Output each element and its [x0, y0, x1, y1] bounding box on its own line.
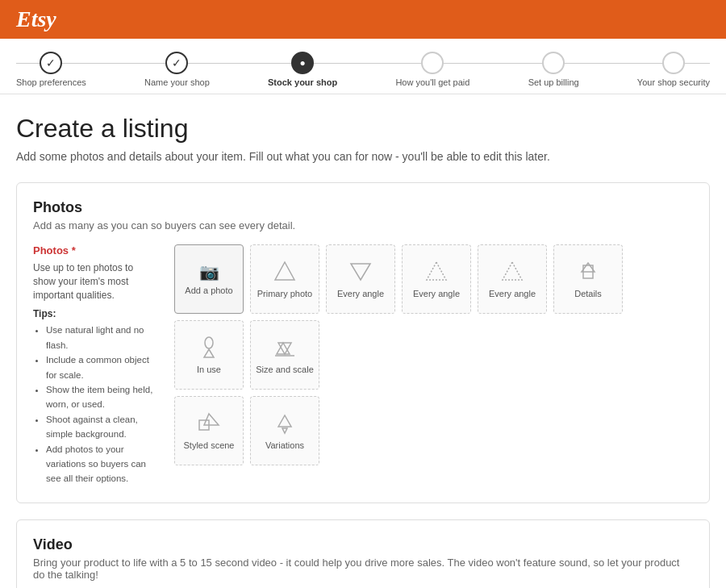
slot-label-variations: Variations — [265, 440, 304, 451]
svg-marker-3 — [503, 262, 522, 280]
step-how-paid: How you'll get paid — [395, 52, 469, 87]
angle2-icon — [424, 259, 449, 285]
photo-slot-angle3[interactable]: Every angle — [478, 244, 547, 314]
step-stock-your-shop: ● Stock your shop — [268, 52, 337, 87]
add-photo-button[interactable]: 📷 Add a photo — [174, 244, 244, 314]
details-icon — [575, 259, 601, 285]
photos-tip-2: Include a common object for scale. — [46, 352, 158, 382]
photo-slot-angle2[interactable]: Every angle — [402, 244, 471, 314]
step-shop-preferences: ✓ Shop preferences — [16, 52, 86, 87]
photos-section: Photos Add as many as you can so buyers … — [16, 182, 710, 503]
size-icon — [272, 335, 298, 361]
step-circle-3: ● — [291, 52, 314, 74]
photos-section-desc: Add as many as you can so buyers can see… — [33, 219, 693, 231]
slot-label-angle3: Every angle — [489, 288, 536, 299]
svg-marker-0 — [275, 262, 294, 280]
etsy-logo: Etsy — [16, 6, 56, 32]
slot-label-styled: Styled scene — [184, 440, 235, 451]
primary-photo-icon — [272, 259, 298, 285]
slot-label-primary: Primary photo — [257, 288, 312, 299]
svg-marker-13 — [278, 415, 291, 427]
step-billing: Set up billing — [528, 52, 579, 87]
photos-tip-4: Shoot against a clean, simple background… — [46, 412, 158, 442]
photos-tips-label: Tips: — [33, 308, 158, 319]
video-section-desc: Bring your product to life with a 5 to 1… — [33, 557, 693, 581]
photo-slot-angle1[interactable]: Every angle — [326, 244, 395, 314]
photos-tip-3: Show the item being held, worn, or used. — [46, 382, 158, 412]
video-section: Video Bring your product to life with a … — [16, 519, 710, 588]
step-circle-4 — [421, 52, 444, 74]
step-circle-5 — [542, 52, 565, 74]
step-label-2: Name your shop — [144, 77, 210, 87]
video-section-title: Video — [33, 536, 693, 553]
main-content: Create a listing Add some photos and det… — [0, 94, 726, 588]
progress-steps: ✓ Shop preferences ✓ Name your shop ● St… — [16, 52, 710, 87]
photos-section-title: Photos — [33, 199, 693, 216]
photos-tip-1: Use natural light and no flash. — [46, 323, 158, 352]
styled-icon — [196, 411, 222, 436]
page-subtitle: Add some photos and details about your i… — [16, 150, 710, 163]
camera-icon: 📷 — [199, 262, 219, 281]
svg-point-6 — [205, 337, 213, 348]
photo-slot-details[interactable]: Details — [553, 244, 623, 314]
svg-marker-2 — [427, 262, 446, 280]
photos-row-1: 📷 Add a photo Primary photo — [174, 244, 693, 390]
photo-slot-size[interactable]: Size and scale — [250, 320, 319, 390]
site-header: Etsy — [0, 0, 726, 39]
step-label-5: Set up billing — [528, 77, 579, 87]
page-title: Create a listing — [16, 114, 710, 144]
photos-tip-5: Add photos to your variations so buyers … — [46, 442, 158, 486]
photos-sidebar: Photos * Use up to ten photos to show yo… — [33, 244, 158, 486]
slot-label-details: Details — [574, 288, 602, 299]
step-label-4: How you'll get paid — [395, 77, 469, 87]
photos-row-2: Styled scene Variations — [174, 396, 693, 465]
add-photo-label: Add a photo — [185, 285, 232, 296]
progress-bar: ✓ Shop preferences ✓ Name your shop ● St… — [0, 39, 726, 94]
svg-marker-14 — [282, 428, 287, 433]
photo-slot-variations[interactable]: Variations — [250, 396, 319, 465]
slot-label-inuse: In use — [197, 364, 221, 375]
variations-icon — [272, 411, 298, 436]
angle1-icon — [348, 259, 373, 285]
photos-info-text: Use up to ten photos to show your item's… — [33, 261, 158, 302]
photo-slot-inuse[interactable]: In use — [174, 320, 244, 390]
photos-field-label: Photos * — [33, 244, 158, 256]
photo-slot-styled[interactable]: Styled scene — [174, 396, 244, 465]
step-circle-2: ✓ — [165, 52, 188, 74]
inuse-icon — [196, 335, 222, 361]
photos-tips-list: Use natural light and no flash. Include … — [33, 323, 158, 486]
slot-label-angle1: Every angle — [337, 288, 384, 299]
photos-content: Photos * Use up to ten photos to show yo… — [33, 244, 693, 486]
step-security: Your shop security — [637, 52, 710, 87]
svg-marker-1 — [351, 264, 370, 280]
step-name-your-shop: ✓ Name your shop — [144, 52, 210, 87]
photo-slot-primary[interactable]: Primary photo — [250, 244, 319, 314]
step-circle-1: ✓ — [40, 52, 62, 74]
svg-marker-12 — [204, 414, 219, 425]
angle3-icon — [499, 259, 525, 285]
step-label-1: Shop preferences — [16, 77, 86, 87]
step-label-6: Your shop security — [637, 77, 710, 87]
svg-marker-7 — [204, 349, 214, 357]
slot-label-angle2: Every angle — [413, 288, 460, 299]
step-label-3: Stock your shop — [268, 77, 337, 87]
step-circle-6 — [662, 52, 685, 74]
photos-grid: 📷 Add a photo Primary photo — [174, 244, 693, 486]
slot-label-size: Size and scale — [256, 364, 314, 375]
